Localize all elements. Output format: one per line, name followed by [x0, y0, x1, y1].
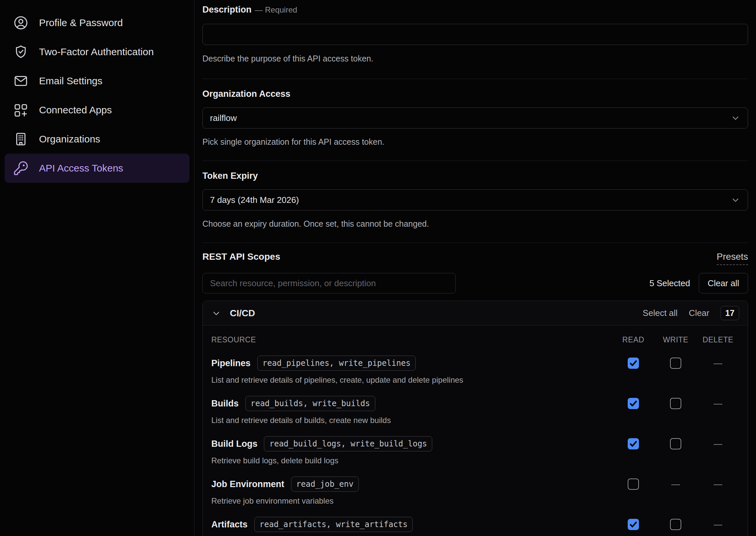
sidebar-item-label: Profile & Password [39, 17, 123, 28]
sidebar-item-label: API Access Tokens [39, 163, 123, 174]
not-applicable-dash: — [671, 479, 680, 489]
read-column-header: READ [612, 335, 654, 344]
scope-table-header: RESOURCE READ WRITE DELETE [211, 335, 739, 344]
sidebar-item-api-access-tokens[interactable]: API Access Tokens [5, 154, 189, 183]
scope-count-badge: 17 [721, 306, 739, 320]
sidebar-item-label: Organizations [39, 134, 100, 145]
description-label: Description [202, 5, 252, 15]
description-section: Description— Required Describe the purpo… [202, 0, 748, 79]
token-expiry-label: Token Expiry [202, 171, 748, 181]
building-icon [13, 132, 28, 147]
chevron-down-icon [731, 195, 740, 205]
not-applicable-dash: — [714, 439, 722, 449]
check-icon [628, 439, 638, 449]
resource-name: Job Environment [211, 479, 284, 489]
scope-search-input[interactable] [202, 273, 456, 293]
scope-group-header: CI/CD Select all Clear 17 [203, 301, 748, 325]
token-form: Description— Required Describe the purpo… [194, 0, 756, 536]
organization-selected-value: railflow [210, 113, 237, 123]
clear-link[interactable]: Clear [689, 308, 709, 318]
clear-all-button[interactable]: Clear all [699, 273, 748, 293]
sidebar-item-label: Email Settings [39, 75, 103, 87]
selected-count: 5 Selected [650, 278, 690, 288]
sidebar-item-profile-password[interactable]: Profile & Password [5, 8, 189, 37]
sidebar-item-organizations[interactable]: Organizations [5, 125, 189, 154]
scopes-title: REST API Scopes [202, 251, 280, 262]
read-checkbox[interactable] [628, 358, 639, 369]
sidebar-item-label: Two-Factor Authentication [39, 46, 154, 57]
scope-row: Pipelines read_pipelines, write_pipeline… [211, 355, 739, 385]
read-checkbox[interactable] [628, 398, 639, 409]
description-help: Describe the purpose of this API access … [202, 54, 748, 63]
mail-icon [13, 73, 28, 89]
read-checkbox[interactable] [628, 438, 639, 449]
scope-row: Build Logs read_build_logs, write_build_… [211, 436, 739, 465]
scope-group-name: CI/CD [230, 308, 255, 319]
permission-badge: read_build_logs, write_build_logs [264, 436, 432, 451]
not-applicable-dash: — [714, 479, 722, 489]
sidebar-item-two-factor-authentication[interactable]: Two-Factor Authentication [5, 37, 189, 66]
scope-group-panel: CI/CD Select all Clear 17 RESOURCE READ … [202, 301, 748, 536]
scope-row: Builds read_builds, write_builds List an… [211, 396, 739, 425]
organization-access-section: Organization Access railflow Pick single… [202, 79, 748, 161]
chevron-down-icon[interactable] [211, 308, 221, 318]
key-icon [13, 161, 28, 176]
resource-description: Retrieve job environment variables [211, 496, 612, 506]
check-icon [628, 399, 638, 408]
resource-name: Artifacts [211, 519, 248, 530]
scope-rows: Pipelines read_pipelines, write_pipeline… [211, 355, 739, 536]
not-applicable-dash: — [714, 399, 722, 409]
write-column-header: WRITE [654, 335, 697, 344]
write-checkbox[interactable] [670, 358, 681, 369]
rest-api-scopes-section: REST API Scopes Presets 5 Selected Clear… [202, 243, 748, 536]
scope-table: RESOURCE READ WRITE DELETE Pipelines rea… [203, 325, 748, 536]
resource-name: Build Logs [211, 439, 257, 449]
select-all-link[interactable]: Select all [643, 308, 678, 318]
resource-description: List and retrieve details of pipelines, … [211, 375, 612, 385]
sidebar-item-connected-apps[interactable]: Connected Apps [5, 96, 189, 125]
write-checkbox[interactable] [670, 519, 681, 530]
sidebar-item-label: Connected Apps [39, 104, 112, 116]
delete-column-header: DELETE [697, 335, 739, 344]
resource-name: Builds [211, 399, 239, 409]
organization-help: Pick single organization for this API ac… [202, 137, 748, 147]
permission-badge: read_artifacts, write_artifacts [254, 517, 413, 532]
chevron-down-icon [731, 113, 740, 123]
check-icon [628, 358, 638, 368]
resource-description: Retrieve build logs, delete build logs [211, 456, 612, 465]
resource-description: List and retrieve details of builds, cre… [211, 416, 612, 425]
write-checkbox[interactable] [670, 398, 681, 409]
not-applicable-dash: — [714, 519, 722, 530]
resource-column-header: RESOURCE [211, 335, 612, 344]
required-note: — Required [255, 5, 297, 14]
settings-sidebar: Profile & Password Two-Factor Authentica… [0, 0, 194, 536]
not-applicable-dash: — [714, 358, 722, 368]
permission-badge: read_builds, write_builds [245, 396, 375, 411]
permission-badge: read_pipelines, write_pipelines [257, 356, 416, 371]
organization-select[interactable]: railflow [202, 107, 748, 129]
token-expiry-select[interactable]: 7 days (24th Mar 2026) [202, 189, 748, 211]
organization-access-label: Organization Access [202, 89, 748, 99]
read-checkbox[interactable] [628, 519, 639, 530]
presets-link[interactable]: Presets [717, 251, 748, 265]
shield-check-icon [13, 44, 28, 59]
resource-name: Pipelines [211, 358, 251, 368]
user-circle-icon [13, 15, 28, 30]
scope-row: Job Environment read_job_env Retrieve jo… [211, 476, 739, 506]
token-expiry-selected-value: 7 days (24th Mar 2026) [210, 195, 299, 205]
read-checkbox[interactable] [628, 479, 639, 490]
sidebar-item-email-settings[interactable]: Email Settings [5, 66, 189, 96]
description-input[interactable] [202, 24, 748, 45]
token-expiry-help: Choose an expiry duration. Once set, thi… [202, 219, 748, 229]
permission-badge: read_job_env [291, 477, 359, 492]
connected-apps-icon [13, 102, 28, 118]
scope-row: Artifacts read_artifacts, write_artifact… [211, 517, 739, 536]
token-expiry-section: Token Expiry 7 days (24th Mar 2026) Choo… [202, 161, 748, 243]
write-checkbox[interactable] [670, 438, 681, 449]
check-icon [628, 519, 638, 529]
